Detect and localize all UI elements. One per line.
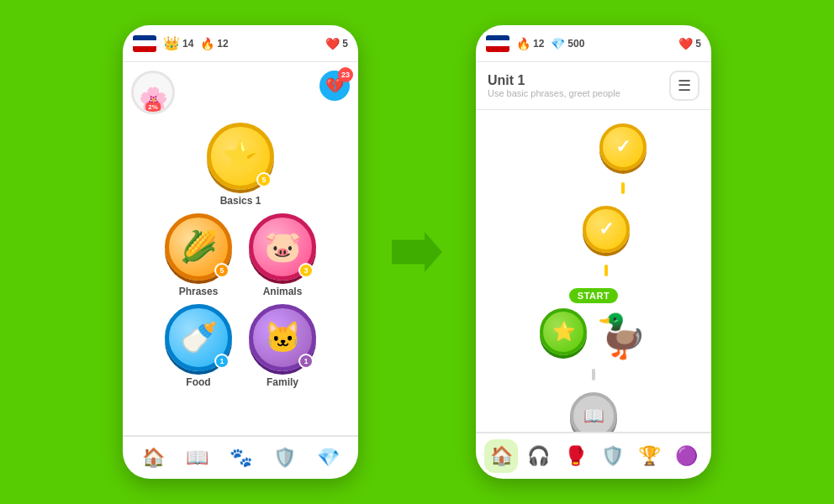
family-circle: 🐱 1 — [249, 304, 316, 371]
right-nav-dumbbell[interactable]: 🥊 — [558, 439, 592, 473]
animals-label: Animals — [263, 286, 303, 297]
forward-arrow-icon — [392, 232, 442, 272]
right-gems-stat: 💎 500 — [551, 37, 584, 50]
start-label: START — [569, 288, 618, 303]
right-phone-path: ✓ ✓ START ⭐ — [476, 110, 711, 432]
right-fire-stat: 🔥 12 — [516, 37, 544, 50]
left-fire-stat: 🔥 12 — [200, 37, 228, 50]
right-flag — [486, 35, 509, 52]
checkmark-1: ✓ — [615, 136, 631, 158]
food-circle: 🍼 1 — [165, 304, 232, 371]
nav-home[interactable]: 🏠 — [142, 447, 165, 469]
basics1-badge: 5 — [256, 172, 272, 187]
basics1-emoji: ⭐ — [222, 139, 260, 174]
left-bottom-nav: 🏠 📖 🐾 🛡️ 💎 — [123, 435, 358, 479]
nav-paw[interactable]: 🐾 — [230, 447, 252, 469]
path-container: ✓ ✓ START ⭐ — [476, 110, 711, 432]
basics1-wrap[interactable]: ⭐ 5 — [207, 123, 274, 190]
unit-subtitle: Use basic phrases, greet people — [488, 88, 620, 98]
connector-3 — [592, 369, 595, 381]
avatar[interactable]: 🌸 2% — [131, 71, 175, 114]
connector-2 — [604, 265, 608, 276]
food-family-row: 🍼 1 Food 🐱 1 Family — [165, 304, 316, 388]
left-phone: 👑 14 🔥 12 ❤️ 5 🌸 2% 💔 — [123, 25, 358, 479]
path-node-1[interactable]: ✓ — [599, 123, 647, 171]
basics1-section: ⭐ 5 Basics 1 — [131, 123, 350, 207]
phrases-circle: 🌽 5 — [165, 213, 232, 281]
basics1-label: Basics 1 — [220, 195, 261, 207]
food-wrap[interactable]: 🍼 1 Food — [165, 304, 232, 388]
left-status-bar: 👑 14 🔥 12 ❤️ 5 — [123, 25, 358, 62]
left-flag — [133, 35, 156, 52]
left-crown-stat: 👑 14 — [163, 35, 193, 51]
fire-icon: 🔥 — [200, 37, 214, 50]
node-circle-1: ✓ — [599, 123, 647, 171]
node-circle-2: ✓ — [583, 206, 630, 253]
animals-emoji: 🐷 — [264, 229, 302, 265]
nav-book[interactable]: 📖 — [186, 447, 208, 469]
gem-icon-right: 💎 — [551, 37, 565, 50]
nav-shield[interactable]: 🛡️ — [273, 447, 296, 469]
animals-badge: 3 — [298, 263, 314, 278]
right-nav-headphones[interactable]: 🎧 — [521, 439, 555, 473]
left-phone-content: 🌸 2% 💔 23 ⭐ 5 Basics 1 — [123, 62, 358, 435]
animals-circle: 🐷 3 — [249, 213, 316, 281]
phrases-label: Phrases — [179, 286, 219, 297]
right-hearts-stat: ❤️ 5 — [678, 37, 701, 50]
unit-header: Unit 1 Use basic phrases, greet people ☰ — [476, 62, 711, 110]
heart-icon-left: ❤️ — [325, 37, 340, 50]
star-icon: ⭐ — [552, 321, 575, 343]
node-circle-4: 📖 — [570, 392, 617, 432]
basics1-circle: ⭐ 5 — [207, 123, 274, 190]
unit-header-text: Unit 1 Use basic phrases, greet people — [488, 73, 620, 98]
avatar-percent: 2% — [145, 102, 161, 112]
node-circle-3[interactable]: ⭐ — [540, 308, 587, 355]
nav-gem2[interactable]: 💎 — [317, 447, 340, 469]
path-node-4[interactable]: 📖 — [570, 392, 617, 432]
right-status-bar: 🔥 12 💎 500 ❤️ 5 — [476, 25, 711, 62]
food-label: Food — [186, 376, 210, 388]
path-node-2[interactable]: ✓ — [583, 206, 630, 253]
family-badge: 1 — [298, 354, 314, 369]
right-nav-home[interactable]: 🏠 — [484, 439, 518, 473]
left-hearts-stat: ❤️ 5 — [325, 37, 348, 50]
phrases-emoji: 🌽 — [180, 229, 218, 265]
unit-title: Unit 1 — [488, 73, 620, 88]
badge-count: 23 — [338, 67, 353, 82]
right-phone: 🔥 12 💎 500 ❤️ 5 Unit 1 Use basic phrases… — [476, 25, 711, 479]
connector-1 — [621, 182, 625, 194]
right-bottom-nav: 🏠 🎧 🥊 🛡️ 🏆 🟣 — [476, 432, 711, 479]
family-wrap[interactable]: 🐱 1 Family — [249, 304, 316, 388]
duolingo-owl: 🦆 — [595, 315, 647, 357]
avatar-row: 🌸 2% 💔 23 — [131, 71, 350, 114]
animals-wrap[interactable]: 🐷 3 Animals — [249, 213, 316, 297]
heart-icon-right: ❤️ — [678, 37, 693, 50]
right-nav-shield[interactable]: 🛡️ — [595, 439, 629, 473]
checkmark-2: ✓ — [599, 218, 614, 240]
phrases-badge: 5 — [214, 263, 230, 278]
crown-icon: 👑 — [163, 35, 180, 51]
unit-notes-button[interactable]: ☰ — [669, 71, 699, 101]
family-emoji: 🐱 — [264, 320, 302, 355]
phrases-animals-row: 🌽 5 Phrases 🐷 3 Animals — [165, 213, 316, 297]
path-node-3: START ⭐ 🦆 — [540, 288, 647, 357]
right-nav-trophy[interactable]: 🏆 — [632, 439, 666, 473]
start-node-row: ⭐ 🦆 — [540, 307, 647, 357]
notification-badge[interactable]: 💔 23 — [319, 71, 350, 101]
food-badge: 1 — [214, 354, 230, 369]
book-node-icon: 📖 — [583, 406, 604, 426]
fire-icon-right: 🔥 — [516, 37, 530, 50]
arrow-container — [392, 232, 442, 272]
food-emoji: 🍼 — [180, 320, 218, 355]
phrases-wrap[interactable]: 🌽 5 Phrases — [165, 213, 232, 297]
right-nav-more[interactable]: 🟣 — [669, 439, 703, 473]
family-label: Family — [267, 376, 298, 388]
